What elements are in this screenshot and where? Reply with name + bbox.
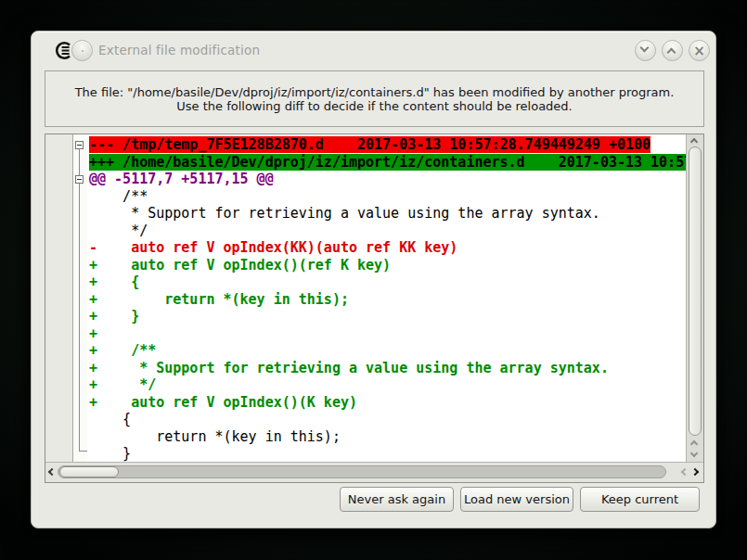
fold-toggle-hunk[interactable] [75,175,84,184]
fold-toggle-file-header[interactable] [75,141,84,149]
diff-line-text: + * Support for retrieving a value using… [89,360,609,376]
diff-line-text: @@ -5117,7 +5117,15 @@ [89,171,274,187]
scroll-left-icon[interactable] [681,468,689,476]
diff-line-text: + /** [89,342,156,359]
message-line-1: The file: "/home/basile/Dev/dproj/iz/imp… [45,85,703,99]
diff-line-text: { [89,411,131,427]
diff-line: + { [89,274,686,291]
diff-line-text: + */ [89,376,156,393]
diff-line: --- /tmp/temp_7F5E128B2870.d 2017-03-13 … [89,136,686,154]
scroll-up-icon[interactable] [690,440,698,448]
load-new-version-button[interactable]: Load new version [460,487,573,512]
diff-line: */ [89,223,686,240]
diff-line-text: /** [89,188,148,205]
desktop-background: External file modification × The file: "… [0,0,747,560]
scroll-left-icon[interactable] [48,468,56,476]
chevron-down-icon [640,44,650,53]
diff-line-text: + auto ref V opIndex()(K key) [89,394,357,411]
diff-editor-viewport[interactable]: --- /tmp/temp_7F5E128B2870.d 2017-03-13 … [45,134,703,462]
diff-line: +++ /home/basile/Dev/dproj/iz/import/iz/… [89,154,686,172]
diff-line-text: - auto ref V opIndex(KK)(auto ref KK key… [89,239,457,256]
diff-line-text: */ [89,223,148,239]
close-button[interactable]: × [689,40,710,61]
vertical-scroll-thumb[interactable] [689,146,702,436]
diff-line-text: + auto ref V opIndex()(ref K key) [89,257,391,274]
vertical-scrollbar[interactable] [686,134,703,462]
diff-line-text: +++ /home/basile/Dev/dproj/iz/import/iz/… [89,154,686,171]
diff-line: + } [89,308,686,325]
diff-line: + return *(key in this); [89,291,686,309]
diff-line: + auto ref V opIndex()(ref K key) [89,257,686,274]
dialog-button-row: Never ask again Load new version Keep cu… [340,487,700,512]
scroll-up-icon[interactable] [690,138,698,146]
horizontal-scroll-thumb[interactable] [59,466,119,477]
diff-line-text: + return *(key in this); [89,291,349,308]
diff-line: - auto ref V opIndex(KK)(auto ref KK key… [89,239,686,257]
message-panel: The file: "/home/basile/Dev/dproj/iz/imp… [45,70,704,127]
diff-line: + */ [89,376,686,394]
titlebar[interactable]: External file modification × [32,32,715,69]
maximize-button[interactable] [662,40,683,61]
keep-current-button[interactable]: Keep current [580,487,700,512]
diff-line-text: --- /tmp/temp_7F5E128B2870.d 2017-03-13 … [89,136,650,153]
diff-line: @@ -5117,7 +5117,15 @@ [89,171,686,188]
chevron-up-icon [667,48,676,57]
external-file-modification-dialog: External file modification × The file: "… [31,31,716,528]
diff-line: * Support for retrieving a value using t… [89,205,686,223]
diff-line: /** [89,188,686,206]
diff-line-text: * Support for retrieving a value using t… [89,205,600,222]
window-menu-button[interactable] [71,40,93,61]
diff-editor[interactable]: --- /tmp/temp_7F5E128B2870.d 2017-03-13 … [45,134,704,483]
diff-line: { [89,411,686,428]
diff-line: + * Support for retrieving a value using… [89,360,686,377]
diff-line-text: + } [89,308,139,325]
fold-line-end [79,451,87,452]
app-logo-icon [54,41,73,60]
diff-line: + auto ref V opIndex()(K key) [89,394,686,412]
fold-line [79,184,80,451]
diff-line: + [89,325,686,343]
never-ask-again-button[interactable]: Never ask again [340,487,454,512]
diff-code[interactable]: --- /tmp/temp_7F5E128B2870.d 2017-03-13 … [87,134,686,462]
diff-line-text: + [89,325,97,342]
scroll-down-icon[interactable] [690,450,698,457]
window-title: External file modification [98,43,260,57]
minimize-button[interactable] [635,40,656,61]
message-line-2: Use the following diff to decide if the … [45,99,703,113]
diff-line-text: return *(key in this); [89,428,341,445]
horizontal-scroll-track[interactable] [58,465,666,478]
scroll-right-icon[interactable] [691,468,699,476]
diff-line: } [89,445,686,462]
horizontal-scrollbar[interactable] [45,462,703,482]
diff-line: return *(key in this); [89,428,686,446]
fold-line [79,149,80,175]
diff-line-text: + { [89,274,139,290]
diff-line: + /** [89,342,686,360]
close-icon: × [689,42,709,61]
diff-line-text: } [89,445,131,462]
